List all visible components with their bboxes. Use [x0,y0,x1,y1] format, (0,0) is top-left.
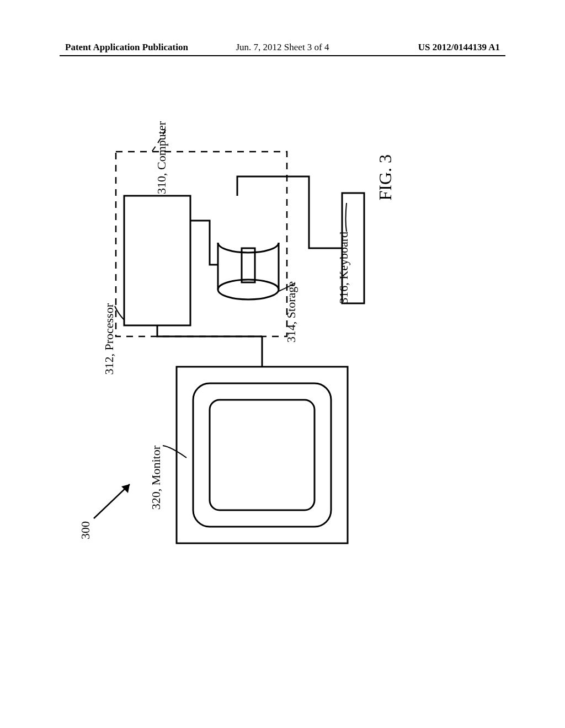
header-rule [60,55,505,56]
diagram-svg [44,61,502,667]
leader-monitor [163,446,186,458]
header-date-sheet: Jun. 7, 2012 Sheet 3 of 4 [236,42,329,53]
arrow-300 [94,484,130,518]
svg-rect-2 [177,367,348,543]
computer-dashed-box [116,152,287,336]
patent-figure: 300 320, Monitor 312, Processor 314, Sto… [44,61,502,667]
svg-rect-6 [116,152,287,336]
svg-rect-4 [210,400,315,510]
monitor-shape [177,336,348,543]
processor-box [124,196,190,325]
svg-rect-7 [124,196,190,325]
conn-computer-keyboard [237,176,342,248]
leader-keyboard [346,203,347,232]
storage-cylinder [218,243,279,299]
conn-proc-storage [190,221,218,265]
conn-proc-monitor [157,325,262,336]
keyboard-box [342,193,364,303]
svg-line-0 [94,484,130,518]
leader-computer [152,130,166,152]
svg-rect-3 [193,383,331,527]
svg-rect-12 [342,193,364,303]
